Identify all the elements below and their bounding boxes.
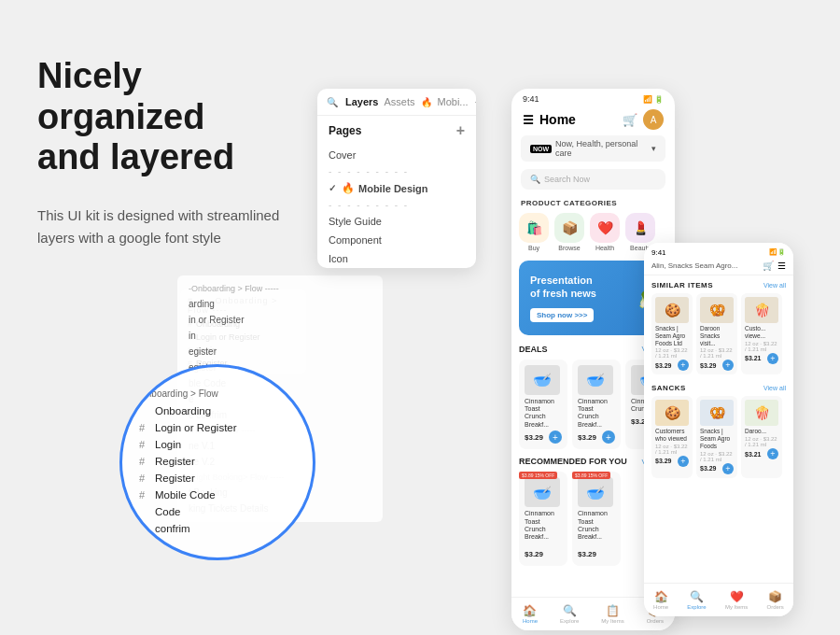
- deal-card-1[interactable]: 🥣 Cinnamon Toast Crunch Breakf... $3.29 …: [519, 360, 567, 450]
- circle-content: Onboarding > Flow Onboarding # Login or …: [122, 377, 313, 548]
- search-bar[interactable]: 🔍 Search Now: [521, 169, 665, 190]
- category-health[interactable]: ❤️ Health: [590, 213, 620, 251]
- badge-1: $3.89 15% OFF: [519, 472, 557, 479]
- ms2-san-add-3[interactable]: +: [767, 448, 778, 459]
- circle-item-login: # Login: [139, 436, 296, 453]
- search-icon: 🔍: [327, 97, 338, 107]
- shop-now-button[interactable]: Shop now >>>: [530, 308, 594, 322]
- ms2-sancks-2[interactable]: 🥨 Snacks | Seam Agro Foods 12 oz · $3.22…: [696, 396, 737, 477]
- ms2-nav-explore-label: Explore: [687, 604, 706, 610]
- recommended-title: RECOMMENDED FOR YOU: [519, 457, 627, 466]
- page-item-icon[interactable]: Icon: [317, 249, 476, 268]
- ms2-signal: 📶🔋: [769, 248, 786, 257]
- category-buy[interactable]: 🛍️ Buy: [519, 213, 549, 251]
- ms2-title: Alin, Snacks Seam Agro...: [651, 261, 738, 270]
- nav-home[interactable]: 🏠 Home: [523, 604, 538, 624]
- nav-explore[interactable]: 🔍 Explore: [560, 604, 579, 624]
- ms2-similar-2[interactable]: 🥨 Daroon Snacks visit... 12 oz · $3.22 /…: [696, 293, 737, 374]
- ms2-sancks-view-all[interactable]: View all: [763, 385, 786, 391]
- ms2-san-img-2: 🥨: [700, 400, 734, 426]
- ms2-sim-name-1: Snacks | Seam Agro Foods Ltd: [655, 325, 689, 346]
- ms2-nav-explore[interactable]: 🔍 Explore: [687, 590, 706, 610]
- header-icons: 🛒 A: [623, 109, 664, 130]
- page-item-cover[interactable]: Cover: [317, 146, 476, 164]
- ms2-similar-view-all[interactable]: View all: [763, 282, 786, 289]
- rec-name-2: Cinnamon Toast Crunch Breakf...: [578, 510, 615, 542]
- mobi-tab[interactable]: Mobi...: [438, 96, 469, 107]
- browse-label: Browse: [558, 245, 580, 251]
- ms2-sim-price-3: $3.21: [745, 355, 762, 361]
- cart-icon[interactable]: 🛒: [623, 113, 637, 127]
- page-fire-icon: 🔥: [342, 182, 355, 194]
- sub-text: This UI kit is designed with streamlined…: [37, 205, 299, 249]
- store-selector[interactable]: NOW Now, Health, personal care ▾: [521, 135, 665, 162]
- nav-items[interactable]: 📋 My Items: [601, 604, 623, 624]
- ms2-nav-home-label: Home: [653, 604, 668, 610]
- assets-tab[interactable]: Assets: [384, 96, 414, 107]
- ms2-add-1[interactable]: +: [678, 360, 689, 371]
- layers-tab[interactable]: Layers: [345, 96, 378, 107]
- ms2-san-img-1: 🍪: [655, 400, 689, 426]
- deal-img-2: 🥣: [578, 365, 613, 395]
- ms2-san-add-1[interactable]: +: [678, 456, 689, 467]
- ms2-sancks-section: SANCKS View all 🍪 Customers who viewed 1…: [644, 378, 793, 481]
- add-button-1[interactable]: +: [549, 430, 562, 444]
- ms2-sim-price-2: $3.29: [700, 362, 717, 369]
- ms2-header: 9:41 📶🔋 Alin, Snacks Seam Agro... 🛒 ☰: [644, 243, 793, 275]
- add-page-button[interactable]: +: [456, 122, 465, 139]
- deal-name-2: Cinnamon Toast Crunch Breakf...: [578, 398, 615, 430]
- page-item-mobile[interactable]: ✓ 🔥 Mobile Design: [317, 178, 476, 198]
- add-button-2[interactable]: +: [602, 430, 615, 444]
- ms2-nav-icons: 🛒 ☰: [763, 261, 786, 271]
- ms2-nav-items-label: My Items: [725, 604, 748, 610]
- ms2-cart-icon[interactable]: 🛒: [763, 261, 774, 271]
- circle-item-login-register: # Login or Register: [139, 419, 296, 436]
- ms2-san-name-3: Daroo...: [745, 428, 778, 435]
- avatar[interactable]: A: [643, 109, 664, 130]
- deal-img-1: 🥣: [525, 365, 560, 395]
- ms2-similar-1[interactable]: 🍪 Snacks | Seam Agro Foods Ltd 12 oz · $…: [651, 293, 693, 374]
- signal-icons: 📶 🔋: [643, 95, 664, 104]
- ms2-sim-img-1: 🍪: [655, 297, 689, 323]
- ms2-add-3[interactable]: +: [767, 353, 778, 364]
- hash-icon-4: #: [139, 456, 150, 467]
- ms2-nav-items[interactable]: ❤️ My Items: [725, 590, 748, 610]
- categories-label: PRODUCT CATEGORIES: [511, 199, 675, 213]
- rec-card-2[interactable]: $3.89 15% OFF 🥣 Cinnamon Toast Crunch Br…: [572, 472, 621, 566]
- more-icon[interactable]: ⋯: [474, 97, 476, 107]
- page-item-style[interactable]: Style Guide: [317, 212, 476, 231]
- layers-panel: 🔍 Layers Assets 🔥 Mobi... ⋯ Pages + Cove…: [317, 89, 476, 268]
- ms2-nav-home[interactable]: 🏠 Home: [653, 590, 668, 610]
- ms2-san-price-2: $3.29: [700, 465, 717, 472]
- ms2-home-icon: 🏠: [654, 590, 668, 603]
- category-browse[interactable]: 📦 Browse: [554, 213, 584, 251]
- circle-highlight: Onboarding > Flow Onboarding # Login or …: [119, 364, 315, 560]
- ms2-san-name-2: Snacks | Seam Agro Foods: [700, 428, 734, 449]
- explore-icon: 🔍: [563, 604, 577, 617]
- ms2-nav-orders[interactable]: 📦 Orders: [767, 590, 784, 610]
- deal-card-2[interactable]: 🥣 Cinnamon Toast Crunch Breakf... $3.29 …: [572, 360, 621, 450]
- home-icon: 🏠: [523, 604, 537, 617]
- menu-icon[interactable]: ☰: [523, 113, 534, 127]
- ms2-sancks-1[interactable]: 🍪 Customers who viewed 12 oz · $3.22 / 1…: [651, 396, 693, 477]
- ms2-nav: Alin, Snacks Seam Agro... 🛒 ☰: [651, 261, 786, 271]
- ms2-sim-price-1: $3.29: [655, 362, 672, 369]
- ms2-menu-icon[interactable]: ☰: [777, 261, 786, 271]
- circle-item-register2: # Register: [139, 470, 296, 487]
- ms2-san-meta-3: 12 oz · $3.22 / 1.21 ml: [745, 436, 778, 447]
- ms2-nav-orders-label: Orders: [767, 604, 784, 610]
- ms2-san-add-2[interactable]: +: [722, 463, 734, 474]
- ms2-orders-icon: 📦: [768, 590, 782, 603]
- main-heading: Nicely organized and layered: [37, 56, 299, 178]
- hash-icon-3: #: [139, 439, 150, 450]
- rec-card-1[interactable]: $3.89 15% OFF 🥣 Cinnamon Toast Crunch Br…: [519, 472, 567, 566]
- page-item-component[interactable]: Component: [317, 231, 476, 249]
- bg-section-1: -Onboarding > Flow -----: [177, 281, 383, 296]
- beauty-icon: 💄: [625, 213, 655, 243]
- ms2-similar-3[interactable]: 🍿 Custo... viewe... 12 oz · $3.22 / 1.21…: [741, 293, 782, 374]
- pages-label: Pages: [329, 124, 361, 137]
- store-name: Now, Health, personal care: [555, 139, 648, 158]
- bg-layer-onboarding: arding: [177, 296, 383, 312]
- ms2-sancks-3[interactable]: 🍿 Daroo... 12 oz · $3.22 / 1.21 ml $3.21…: [741, 396, 782, 477]
- ms2-add-2[interactable]: +: [722, 360, 734, 371]
